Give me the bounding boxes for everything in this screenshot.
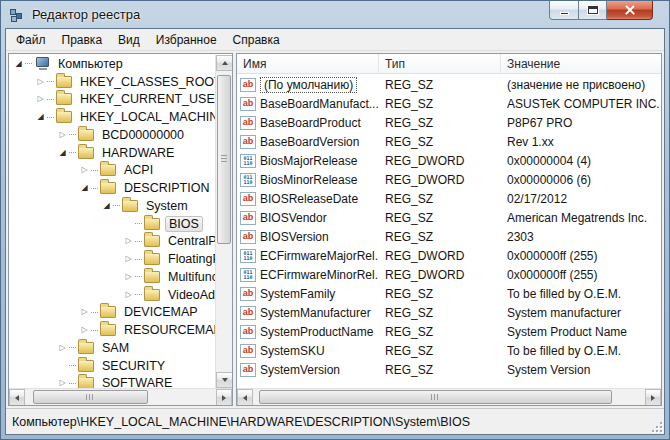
tree-item-system[interactable]: ◢ System [9, 197, 215, 215]
folder-icon [144, 218, 160, 230]
tree-connector [135, 223, 142, 224]
expander-icon[interactable]: ◢ [57, 148, 68, 158]
tree-connector [135, 294, 142, 295]
column-header-name[interactable]: Имя [237, 54, 379, 73]
expander-icon[interactable]: ▷ [79, 325, 90, 335]
tree-item-description[interactable]: ◢ DESCRIPTION [9, 179, 215, 197]
tree-connector [69, 365, 76, 366]
tree-connector [47, 99, 54, 100]
scroll-track[interactable] [25, 389, 216, 405]
expander-icon[interactable]: ▷ [35, 94, 46, 104]
tree-item-software[interactable]: ▷ SOFTWARE [9, 375, 215, 389]
expander-icon[interactable]: ◢ [101, 201, 112, 211]
column-header-value[interactable]: Значение [501, 54, 661, 73]
scroll-right-button[interactable] [645, 389, 661, 406]
close-icon [623, 3, 637, 17]
menu-view[interactable]: Вид [110, 30, 148, 50]
tree-item-sam[interactable]: ▷ SAM [9, 339, 215, 357]
expander-icon[interactable]: ◢ [35, 112, 46, 122]
expander-icon[interactable]: ▷ [79, 307, 90, 317]
scroll-track[interactable] [253, 389, 645, 405]
tree-item-hardware[interactable]: ◢ HARDWARE [9, 144, 215, 162]
value-row-systemsku[interactable]: abSystemSKU REG_SZ To be filled by O.E.M… [237, 341, 661, 360]
resize-grip-icon[interactable] [650, 420, 663, 433]
expander-icon[interactable]: ▷ [123, 272, 134, 282]
tree-connector [135, 276, 142, 277]
menu-favorites[interactable]: Избранное [148, 30, 225, 50]
annotated-value: ASUSTeK COMPUTER INC. [507, 97, 660, 111]
menu-help[interactable]: Справка [225, 30, 288, 50]
selected-key-path: Компьютер\HKEY_LOCAL_MACHINE\HARDWARE\DE… [6, 415, 470, 429]
registry-values-list: ab(По умолчанию) REG_SZ (значение не при… [237, 75, 661, 388]
menu-file[interactable]: Файл [8, 30, 54, 50]
scroll-left-button[interactable] [9, 389, 25, 406]
close-button[interactable] [607, 1, 653, 20]
tree-item-bios[interactable]: BIOS [9, 215, 215, 233]
value-row-baseboardversion[interactable]: abBaseBoardVersion REG_SZ Rev 1.xx [237, 132, 661, 151]
string-value-icon: ab [240, 325, 256, 339]
expander-icon[interactable]: ◢ [13, 59, 24, 69]
value-row-ecfirmwareminorrelease[interactable]: 011110ECFirmwareMinorRel... REG_DWORD 0x… [237, 265, 661, 284]
minimize-icon [560, 12, 569, 15]
scroll-track[interactable] [216, 71, 232, 372]
value-row-systemmanufacturer[interactable]: abSystemManufacturer REG_SZ System manuf… [237, 303, 661, 322]
expander-icon[interactable]: ▷ [57, 378, 68, 388]
list-horizontal-scrollbar[interactable] [237, 388, 661, 405]
tree-connector [135, 259, 142, 260]
scroll-up-button[interactable] [216, 55, 233, 71]
expander-icon[interactable]: ▷ [79, 165, 90, 175]
tree-item-videoadapter[interactable]: ▷ VideoAdap [9, 286, 215, 304]
tree-item-hkey-local-machine[interactable]: ◢ HKEY_LOCAL_MACHINE [9, 108, 215, 126]
value-row-ecfirmwaremajorrelease[interactable]: 011110ECFirmwareMajorRel... REG_DWORD 0x… [237, 246, 661, 265]
tree-item-acpi[interactable]: ▷ ACPI [9, 162, 215, 180]
tree-item-centralprocessor[interactable]: ▷ CentralPro [9, 233, 215, 251]
tree-item-hkey-classes-root[interactable]: ▷ HKEY_CLASSES_ROOT [9, 73, 215, 91]
value-row-biosminorrelease[interactable]: 011110BiosMinorRelease REG_DWORD 0x00000… [237, 170, 661, 189]
maximize-icon [588, 6, 598, 14]
tree-item-computer[interactable]: ◢ Компьютер [9, 55, 215, 73]
scroll-thumb[interactable] [33, 390, 148, 404]
dword-value-icon: 011110 [240, 268, 256, 282]
menu-edit[interactable]: Правка [54, 30, 111, 50]
value-row-baseboardmanufacturer[interactable]: abBaseBoardManufact... REG_SZ ASUSTeK CO… [237, 94, 661, 113]
annotated-value: Rev 1.xx [507, 135, 554, 149]
tree-item-bcd00000000[interactable]: ▷ BCD00000000 [9, 126, 215, 144]
maximize-button[interactable] [579, 1, 607, 20]
expander-icon[interactable]: ▷ [57, 343, 68, 353]
tree-item-security[interactable]: SECURITY [9, 357, 215, 375]
value-row-biosvendor[interactable]: abBIOSVendor REG_SZ American Megatrends … [237, 208, 661, 227]
tree-vertical-scrollbar[interactable] [215, 55, 232, 388]
value-row-systemfamily[interactable]: abSystemFamily REG_SZ To be filled by O.… [237, 284, 661, 303]
value-row-systemversion[interactable]: abSystemVersion REG_SZ System Version [237, 360, 661, 379]
tree-item-hkey-current-user[interactable]: ▷ HKEY_CURRENT_USER [9, 91, 215, 109]
expander-icon[interactable]: ▷ [57, 130, 68, 140]
value-row-baseboardproduct[interactable]: abBaseBoardProduct REG_SZ P8P67 PRO [237, 113, 661, 132]
scroll-thumb[interactable] [217, 75, 231, 244]
tree-item-multifunction[interactable]: ▷ Multifunct [9, 268, 215, 286]
expander-icon[interactable]: ▷ [123, 290, 134, 300]
expander-icon[interactable]: ▷ [123, 254, 134, 264]
title-bar[interactable]: Редактор реестра [1, 1, 669, 28]
scroll-thumb[interactable] [259, 390, 612, 404]
expander-icon[interactable]: ◢ [79, 183, 90, 193]
folder-icon [78, 342, 94, 354]
value-row-systemproductname[interactable]: abSystemProductName REG_SZ System Produc… [237, 322, 661, 341]
dword-value-icon: 011110 [240, 249, 256, 263]
value-row-biosmajorrelease[interactable]: 011110BiosMajorRelease REG_DWORD 0x00000… [237, 151, 661, 170]
expander-icon[interactable]: ▷ [123, 236, 134, 246]
minimize-button[interactable] [549, 1, 579, 20]
expander-icon[interactable]: ▷ [35, 77, 46, 87]
computer-icon [34, 57, 50, 70]
tree-horizontal-scrollbar[interactable] [9, 388, 232, 405]
value-row-biosreleasedate[interactable]: abBIOSReleaseDate REG_SZ 02/17/2012 [237, 189, 661, 208]
scroll-down-button[interactable] [216, 372, 233, 388]
column-header-type[interactable]: Тип [379, 54, 501, 73]
tree-item-resourcemap[interactable]: ▷ RESOURCEMAP [9, 321, 215, 339]
value-row-default[interactable]: ab(По умолчанию) REG_SZ (значение не при… [237, 75, 661, 94]
scroll-right-button[interactable] [216, 389, 232, 406]
scroll-left-button[interactable] [237, 389, 253, 406]
folder-icon [144, 235, 160, 247]
tree-item-devicemap[interactable]: ▷ DEVICEMAP [9, 304, 215, 322]
value-row-biosversion[interactable]: abBIOSVersion REG_SZ 2303 [237, 227, 661, 246]
tree-item-floatingpoint[interactable]: ▷ FloatingPo [9, 250, 215, 268]
